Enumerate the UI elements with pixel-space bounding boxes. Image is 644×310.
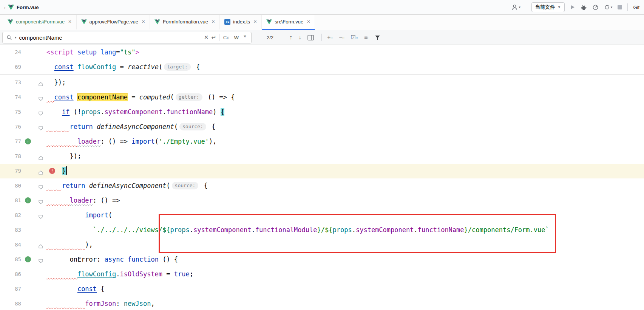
fold-icon[interactable] <box>39 257 43 265</box>
user-icon[interactable]: ▾ <box>511 4 520 11</box>
match-case-toggle[interactable]: Cc <box>222 35 230 40</box>
green-arrow-gutter-icon[interactable]: ↑ <box>25 256 31 262</box>
find-bar: ▾ componentName ✕ ↵ Cc W * 2/2 ↑ ↓ +ıı −… <box>0 30 644 45</box>
tab-label: FormInformation.vue <box>163 19 208 25</box>
fold-icon[interactable] <box>39 110 43 117</box>
error-icon[interactable]: ! <box>49 168 55 174</box>
code-line-87[interactable]: 87 const { <box>0 282 644 296</box>
code-token: isOldSystem <box>120 270 163 278</box>
search-input[interactable]: ▾ componentName ✕ ↵ Cc W * <box>2 32 252 43</box>
tab-approveflowpage.vue[interactable]: approveFlowPage.vue✕ <box>77 15 150 30</box>
regex-toggle[interactable]: * <box>242 34 247 42</box>
code-token: newJson <box>124 300 151 307</box>
code-token: return <box>69 123 93 130</box>
indent <box>46 93 54 101</box>
tab-forminformation.vue[interactable]: FormInformation.vue✕ <box>150 15 220 30</box>
git-menu[interactable]: Git <box>633 5 639 10</box>
close-tab-icon[interactable]: ✕ <box>307 19 310 24</box>
code-token: = <box>116 48 120 56</box>
tab-components-form.vue[interactable]: components\Form.vue✕ <box>3 15 77 30</box>
words-toggle[interactable]: W <box>233 35 240 40</box>
code-line-76[interactable]: 76 return defineAsyncComponent(source: { <box>0 119 644 134</box>
line-number: 74 <box>0 90 21 105</box>
code-token: = <box>116 63 128 71</box>
inlay-hint: target: <box>164 63 191 71</box>
run-configuration-selector[interactable]: 当前文件 ▼ <box>531 2 565 12</box>
gutter: 85↑ <box>0 252 46 267</box>
close-tab-icon[interactable]: ✕ <box>212 19 215 24</box>
tab-src-form.vue[interactable]: src\Form.vue✕ <box>262 15 315 30</box>
code-text: onError: async function () { <box>46 252 178 267</box>
code-line-24[interactable]: 24<script setup lang="ts"> <box>0 45 644 60</box>
code-token: ${ <box>325 226 332 234</box>
code-line-83[interactable]: 83 `./../../../views/${props.systemCompo… <box>0 223 644 237</box>
inlay-hint: source: <box>179 123 206 130</box>
code-token: { <box>208 123 215 130</box>
close-tab-icon[interactable]: ✕ <box>68 19 71 24</box>
code-line-85[interactable]: 85↑ onError: async function () { <box>0 252 644 267</box>
code-token: props <box>81 108 100 116</box>
code-line-79[interactable]: 79! } <box>0 164 644 178</box>
tab-label: approveFlowPage.vue <box>90 19 138 25</box>
filter-options-icon[interactable]: ≡ı <box>364 34 369 41</box>
close-tab-icon[interactable]: ✕ <box>142 19 145 24</box>
code-line-81[interactable]: 81↑ loader: () => <box>0 193 644 208</box>
code-line-82[interactable]: 82 import( <box>0 208 644 223</box>
chevron-down-icon: ▾ <box>519 5 520 9</box>
divider <box>321 34 322 41</box>
search-icon[interactable] <box>6 35 12 40</box>
code-line-74[interactable]: 74 const componentName = computed(getter… <box>0 90 644 105</box>
code-line-78[interactable]: 78 }); <box>0 149 644 164</box>
fold-icon[interactable] <box>39 213 43 220</box>
fold-icon[interactable] <box>39 125 43 132</box>
green-arrow-gutter-icon[interactable]: ↑ <box>25 138 31 144</box>
tab-index.ts[interactable]: TSindex.ts✕ <box>220 15 262 30</box>
tab-label: index.ts <box>233 19 250 25</box>
fold-icon[interactable] <box>39 243 43 250</box>
fold-icon[interactable] <box>39 95 43 102</box>
next-match-icon[interactable]: ↓ <box>295 34 304 41</box>
code-token: async <box>105 256 124 263</box>
fold-icon[interactable] <box>39 184 43 191</box>
code-line-73[interactable]: 73 }); <box>0 75 644 90</box>
fold-icon[interactable] <box>39 154 43 161</box>
indent <box>46 241 85 248</box>
code-token: ( <box>170 93 174 101</box>
line-number: 77 <box>0 134 21 149</box>
run-icon[interactable] <box>570 5 575 10</box>
clear-search-icon[interactable]: ✕ <box>204 34 209 41</box>
newline-icon[interactable]: ↵ <box>211 34 216 41</box>
fold-icon[interactable] <box>39 169 43 176</box>
close-tab-icon[interactable]: ✕ <box>253 19 257 24</box>
code-token: reactive <box>128 63 159 71</box>
select-all-matches-icon[interactable]: ☑ıı <box>351 34 358 41</box>
rerun-icon[interactable]: ▾ <box>604 4 613 10</box>
code-line-88[interactable]: 88 formJson: newJson, <box>0 296 644 310</box>
code-token: . <box>116 270 120 278</box>
code-token: } <box>464 226 468 234</box>
stop-icon[interactable] <box>618 5 622 9</box>
open-in-tool-window-icon[interactable] <box>304 35 317 40</box>
code-text: const { <box>46 282 105 296</box>
profiler-icon[interactable] <box>592 4 599 11</box>
line-number: 76 <box>0 119 21 134</box>
code-line-86[interactable]: 86 flowConfig.isOldSystem = true; <box>0 267 644 282</box>
code-line-77[interactable]: 77↑ loader: () => import('./Empty.vue'), <box>0 134 644 149</box>
remove-occurrence-icon[interactable]: −ıı <box>339 34 344 41</box>
line-number: 86 <box>0 267 21 282</box>
green-arrow-gutter-icon[interactable]: ↑ <box>25 197 31 203</box>
prev-match-icon[interactable]: ↑ <box>286 34 295 41</box>
editor[interactable]: 24<script setup lang="ts">69 const flowC… <box>0 45 644 310</box>
fold-icon[interactable] <box>39 198 43 206</box>
code-line-84[interactable]: 84 ), <box>0 237 644 252</box>
search-query-text[interactable]: componentName <box>19 34 201 41</box>
add-occurrence-icon[interactable]: +ıı <box>327 34 333 41</box>
code-line-69[interactable]: 69 const flowConfig = reactive(target: { <box>0 60 644 74</box>
filter-icon[interactable] <box>375 35 380 40</box>
code-line-75[interactable]: 75 if (!props.systemComponent.functionNa… <box>0 105 644 119</box>
fold-icon[interactable] <box>39 81 43 88</box>
code-token: defineAsyncComponent <box>97 123 174 130</box>
debug-icon[interactable] <box>581 4 587 11</box>
search-history-chevron-icon[interactable]: ▾ <box>15 36 17 39</box>
code-line-80[interactable]: 80 return defineAsyncComponent(source: { <box>0 178 644 193</box>
